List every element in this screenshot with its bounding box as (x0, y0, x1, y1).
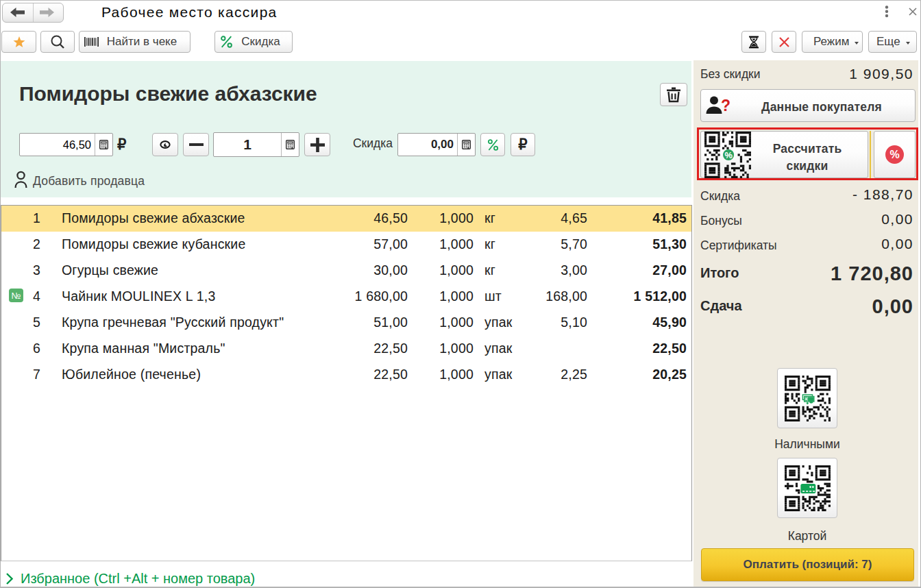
svg-text:%: % (724, 150, 732, 160)
